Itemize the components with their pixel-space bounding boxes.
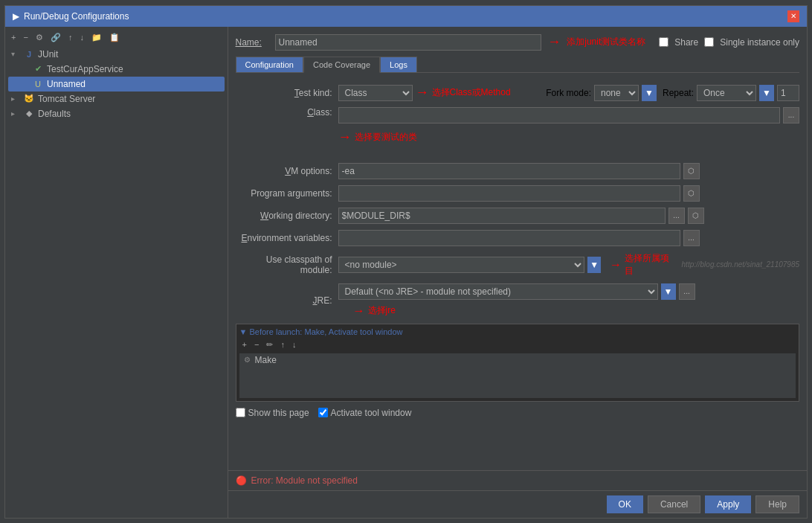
fork-mode-select[interactable]: none — [594, 85, 639, 101]
show-page-label: Show this page — [248, 408, 309, 418]
error-icon: 🔴 — [236, 475, 247, 486]
env-vars-browse-button[interactable]: ... — [683, 230, 700, 246]
repeat-count-input[interactable] — [777, 85, 799, 101]
junit-icon: J — [23, 48, 35, 60]
class-annotation: 选择要测试的类 — [355, 131, 417, 144]
working-dir-browse-button[interactable]: ... — [668, 208, 685, 224]
sidebar-item-unnamed[interactable]: U Unnamed — [8, 77, 225, 92]
class-browse-button[interactable]: ... — [783, 107, 799, 123]
classpath-dropdown[interactable]: ▼ — [587, 257, 600, 273]
single-instance-checkbox[interactable] — [704, 37, 714, 47]
activate-window-group: Activate tool window — [318, 408, 412, 418]
config-panel: Test kind: Class → 选择Class或Method Fork m… — [236, 79, 799, 463]
classpath-select[interactable]: <no module> — [338, 257, 585, 273]
jre-select[interactable]: Default (<no JRE> - module not specified… — [338, 283, 658, 300]
env-vars-input[interactable] — [338, 230, 680, 246]
program-args-label: Program arguments: — [236, 188, 332, 199]
launch-up-button[interactable]: ↑ — [277, 339, 288, 350]
test-kind-label: Test kind: — [236, 88, 332, 98]
unnamed-label: Unnamed — [47, 79, 86, 89]
name-arrow-icon: → — [547, 34, 561, 50]
test-kind-select[interactable]: Class — [338, 85, 413, 101]
testcurapp-label: TestCurAppService — [47, 64, 123, 74]
class-input[interactable] — [338, 107, 780, 123]
activate-window-checkbox[interactable] — [318, 408, 328, 417]
tabs: Configuration Code Coverage Logs — [236, 57, 799, 73]
activate-window-label: Activate tool window — [331, 408, 412, 418]
tab-configuration[interactable]: Configuration — [236, 57, 303, 72]
show-page-checkbox[interactable] — [236, 408, 245, 417]
error-bar: 🔴 Error: Module not specified — [228, 470, 807, 490]
before-launch-list: ⚙ Make — [239, 353, 796, 398]
move-up-button[interactable]: ↑ — [65, 31, 76, 44]
fork-mode-label: Fork mode: — [546, 88, 591, 98]
before-launch-header[interactable]: ▼ Before launch: Make, Activate tool win… — [239, 327, 796, 336]
vm-options-input[interactable] — [338, 163, 680, 179]
jre-dropdown[interactable]: ▼ — [661, 283, 676, 300]
jre-annotation: 选择jre — [368, 304, 396, 317]
sidebar-item-testcurapp[interactable]: ✔ TestCurAppService — [8, 62, 225, 77]
working-dir-row: Working directory: ... ⬡ — [236, 208, 799, 224]
close-button[interactable]: ✕ — [787, 10, 799, 22]
share-config-button[interactable]: 🔗 — [48, 31, 64, 44]
remove-config-button[interactable]: − — [20, 31, 30, 44]
name-input[interactable] — [275, 34, 542, 51]
repeat-select[interactable]: Once — [697, 85, 756, 101]
before-launch-section: ▼ Before launch: Make, Activate tool win… — [236, 324, 799, 402]
name-annotation: 添加junit测试类名称 — [567, 36, 645, 48]
apply-button[interactable]: Apply — [705, 495, 751, 513]
testkind-annotation: 选择Class或Method — [432, 86, 511, 99]
launch-add-button[interactable]: + — [239, 339, 250, 350]
program-args-input[interactable] — [338, 185, 680, 202]
watermark-text: http://blog.csdn.net/sinat_21107985 — [682, 260, 799, 269]
tab-code-coverage[interactable]: Code Coverage — [303, 57, 380, 73]
working-dir-input[interactable] — [338, 208, 666, 224]
repeat-label: Repeat: — [663, 88, 694, 98]
classpath-row: Use classpath of module: <no module> ▼ →… — [236, 252, 799, 277]
show-page-group: Show this page — [236, 408, 309, 418]
jre-browse-button[interactable]: ... — [679, 283, 695, 300]
program-args-expand-button[interactable]: ⬡ — [683, 185, 700, 202]
sidebar-item-tomcat[interactable]: ▸ 🐱 Tomcat Server — [8, 92, 225, 106]
launch-edit-button[interactable]: ✏ — [263, 339, 276, 350]
fork-mode-dropdown[interactable]: ▼ — [642, 85, 657, 101]
help-button[interactable]: Help — [755, 495, 799, 513]
repeat-group: Repeat: Once ▼ — [663, 85, 799, 101]
separator-1 — [236, 151, 799, 157]
launch-down-button[interactable]: ↓ — [289, 339, 300, 350]
folder-button[interactable]: 📁 — [88, 31, 105, 44]
repeat-dropdown[interactable]: ▼ — [759, 85, 774, 101]
copy-config-button[interactable]: ⚙ — [33, 31, 46, 44]
name-label: Name: — [236, 37, 269, 48]
list-item: ⚙ Make — [239, 353, 796, 367]
sidebar-item-junit[interactable]: ▾ J JUnit — [8, 47, 225, 62]
working-dir-expand-button[interactable]: ⬡ — [688, 208, 704, 224]
tomcat-expand-icon: ▸ — [11, 94, 20, 103]
classpath-annotation: 选择所属项目 — [625, 252, 671, 277]
sort-button[interactable]: 📋 — [106, 31, 123, 44]
make-label: Make — [255, 355, 277, 365]
tomcat-label: Tomcat Server — [38, 94, 95, 104]
name-row: Name: → 添加junit测试类名称 Share Single instan… — [236, 34, 799, 51]
env-vars-label: Environment variables: — [236, 233, 332, 243]
class-control: ... → 选择要测试的类 — [338, 107, 799, 145]
sidebar-item-defaults[interactable]: ▸ ◆ Defaults — [8, 106, 225, 121]
add-config-button[interactable]: + — [8, 31, 19, 44]
share-row: Share Single instance only — [659, 37, 799, 48]
run-debug-dialog: ▶ Run/Debug Configurations ✕ + − ⚙ 🔗 ↑ ↓… — [4, 5, 808, 519]
share-label: Share — [674, 37, 698, 48]
cancel-button[interactable]: Cancel — [648, 495, 700, 513]
main-content: + − ⚙ 🔗 ↑ ↓ 📁 📋 ▾ J JUnit ✔ TestCurAppSe… — [5, 27, 807, 518]
testkind-arrow-icon: → — [416, 85, 429, 100]
launch-remove-button[interactable]: − — [251, 339, 262, 350]
vm-options-expand-button[interactable]: ⬡ — [683, 163, 700, 179]
working-dir-label: Working directory: — [236, 211, 332, 221]
ok-button[interactable]: OK — [607, 495, 643, 513]
before-launch-toolbar: + − ✏ ↑ ↓ — [239, 339, 796, 350]
jre-label: JRE: — [236, 295, 332, 306]
tab-logs[interactable]: Logs — [380, 57, 417, 72]
right-section: Name: → 添加junit测试类名称 Share Single instan… — [228, 27, 807, 518]
classpath-arrow-icon: → — [610, 258, 622, 272]
move-down-button[interactable]: ↓ — [77, 31, 87, 44]
share-checkbox[interactable] — [659, 37, 668, 47]
